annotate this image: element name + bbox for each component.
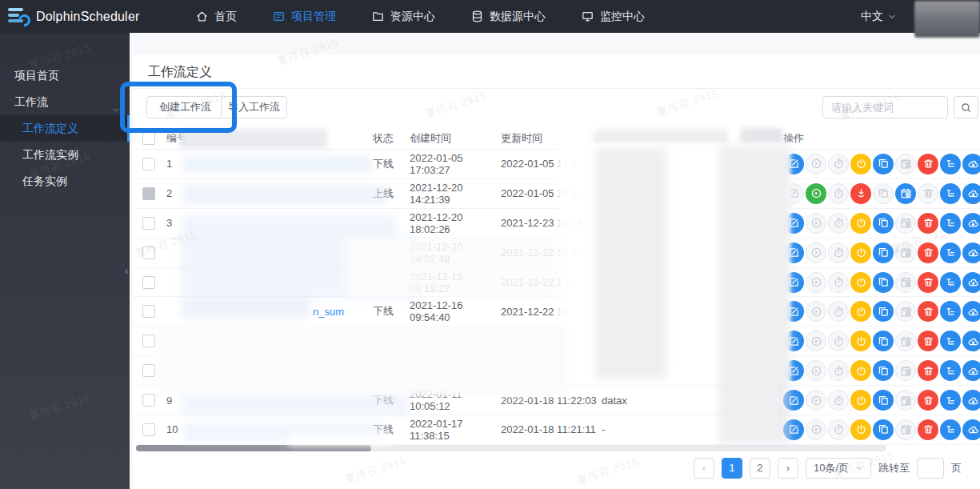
action-edit-button[interactable]: [783, 154, 804, 174]
action-export-button[interactable]: [962, 154, 980, 174]
row-checkbox[interactable]: [142, 394, 155, 407]
online-icon: [855, 395, 867, 407]
action-delete-button[interactable]: [918, 360, 938, 381]
page-button-1[interactable]: 1: [722, 458, 742, 479]
action-copy-button[interactable]: [873, 213, 894, 234]
action-tree-view-button[interactable]: [940, 419, 961, 440]
sidebar-collapse-handle[interactable]: ‹: [125, 266, 128, 277]
action-edit-button[interactable]: [783, 390, 804, 411]
nav-item-resource-center[interactable]: 资源中心: [354, 0, 453, 33]
import-workflow-button[interactable]: 导入工作流: [221, 96, 287, 118]
action-tree-view-button[interactable]: [940, 272, 961, 293]
action-export-button[interactable]: [962, 419, 980, 440]
action-edit-button[interactable]: [783, 272, 804, 293]
prev-page-button[interactable]: ‹: [694, 458, 714, 479]
action-export-button[interactable]: [962, 213, 980, 234]
action-edit-button[interactable]: [783, 360, 804, 381]
jump-to-page-input[interactable]: [917, 458, 944, 479]
sidebar-item-workflow[interactable]: 工作流: [0, 89, 130, 115]
action-online-button[interactable]: [850, 360, 871, 381]
action-tree-view-button[interactable]: [940, 154, 961, 174]
workflow-name-link[interactable]: n_sum: [313, 306, 344, 318]
row-checkbox[interactable]: [142, 217, 155, 230]
action-online-button[interactable]: [850, 390, 871, 411]
action-copy-button[interactable]: [873, 360, 894, 381]
action-export-button[interactable]: [962, 242, 980, 263]
action-delete-button[interactable]: [918, 390, 938, 411]
action-online-button[interactable]: [850, 272, 871, 293]
action-delete-button[interactable]: [918, 419, 938, 440]
action-delete-button[interactable]: [918, 213, 938, 234]
action-copy-button[interactable]: [873, 154, 894, 174]
action-tree-view-button[interactable]: [940, 183, 961, 204]
horizontal-scrollbar[interactable]: [136, 445, 886, 451]
row-checkbox[interactable]: [142, 276, 155, 289]
action-online-button[interactable]: [850, 213, 871, 234]
action-online-button[interactable]: [850, 154, 871, 174]
action-copy-button[interactable]: [873, 301, 894, 322]
row-checkbox[interactable]: [142, 247, 155, 259]
search-button[interactable]: [954, 96, 978, 118]
action-copy-button[interactable]: [873, 419, 894, 440]
action-run-button[interactable]: [806, 183, 826, 204]
language-selector[interactable]: 中文: [861, 0, 897, 33]
operations-cell: [779, 415, 980, 444]
action-tree-view-button[interactable]: [940, 331, 961, 351]
action-export-button[interactable]: [962, 183, 980, 204]
action-edit-button[interactable]: [783, 419, 804, 440]
action-copy-button[interactable]: [873, 331, 894, 351]
action-tree-view-button[interactable]: [940, 360, 961, 381]
action-online-button[interactable]: [850, 301, 871, 322]
action-online-button[interactable]: [850, 242, 871, 263]
action-export-button[interactable]: [962, 272, 980, 293]
action-edit-button[interactable]: [783, 242, 804, 263]
nav-item-datasource-center[interactable]: 数据源中心: [453, 0, 563, 33]
scrollbar-thumb[interactable]: [136, 445, 371, 451]
row-checkbox[interactable]: [142, 305, 155, 318]
sidebar-item-workflow-instance[interactable]: 工作流实例: [0, 142, 130, 168]
sidebar-item-label: 任务实例: [22, 174, 67, 187]
row-checkbox[interactable]: [142, 187, 155, 200]
sidebar-item-workflow-definition[interactable]: 工作流定义: [0, 115, 130, 142]
action-online-button[interactable]: [850, 419, 871, 440]
action-copy-button[interactable]: [873, 390, 894, 411]
create-workflow-button[interactable]: 创建工作流: [146, 96, 224, 118]
action-delete-button[interactable]: [918, 154, 938, 174]
action-tree-view-button[interactable]: [940, 213, 961, 234]
sidebar-item-task-instance[interactable]: 任务实例: [0, 168, 130, 194]
action-tree-view-button[interactable]: [940, 242, 961, 263]
nav-item-home[interactable]: 首页: [178, 0, 254, 33]
create-time-cell: 2021-12-16 09:54:40: [410, 299, 501, 323]
select-all-checkbox[interactable]: [142, 132, 155, 145]
delete-icon: [922, 395, 934, 407]
action-delete-button[interactable]: [918, 331, 938, 351]
action-export-button[interactable]: [962, 301, 980, 322]
action-tree-view-button[interactable]: [940, 390, 961, 411]
action-delete-button[interactable]: [918, 242, 938, 263]
action-delete-button[interactable]: [918, 301, 938, 322]
action-edit-button[interactable]: [783, 331, 804, 351]
row-checkbox[interactable]: [142, 335, 155, 347]
action-edit-button[interactable]: [783, 301, 804, 322]
action-edit-button[interactable]: [783, 213, 804, 234]
page-size-select[interactable]: 10条/页: [806, 458, 871, 479]
sidebar-item-project-home[interactable]: 项目首页: [0, 62, 130, 89]
action-offline-button[interactable]: [850, 183, 871, 204]
action-export-button[interactable]: [962, 331, 980, 351]
next-page-button[interactable]: ›: [778, 458, 798, 479]
action-export-button[interactable]: [962, 360, 980, 381]
nav-item-monitor-center[interactable]: 监控中心: [563, 0, 662, 33]
action-copy-button[interactable]: [873, 242, 894, 263]
action-tree-view-button[interactable]: [940, 301, 961, 322]
action-online-button[interactable]: [850, 331, 871, 351]
page-button-2[interactable]: 2: [750, 458, 770, 479]
search-input[interactable]: [822, 96, 948, 118]
row-checkbox[interactable]: [142, 364, 155, 377]
action-delete-button[interactable]: [918, 272, 938, 293]
row-checkbox[interactable]: [142, 423, 155, 436]
nav-item-project-management[interactable]: 项目管理: [254, 0, 354, 33]
action-cron-manage-button[interactable]: [895, 183, 916, 204]
row-checkbox[interactable]: [142, 158, 155, 170]
action-copy-button[interactable]: [873, 272, 894, 293]
action-export-button[interactable]: [962, 390, 980, 411]
